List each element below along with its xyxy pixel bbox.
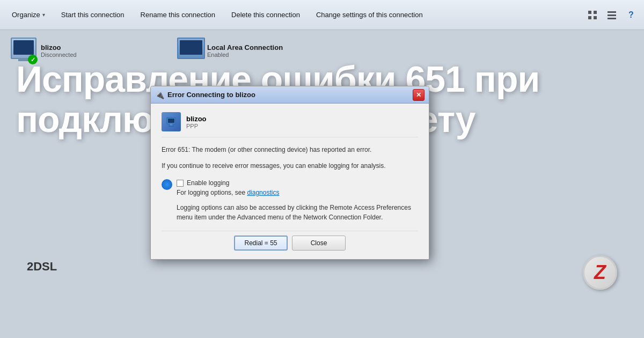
blizoo-name: blizoo <box>41 43 77 52</box>
layout-button[interactable] <box>603 6 620 24</box>
dialog-titlebar: 🔌 Error Connecting to blizoo ✕ <box>151 86 429 104</box>
delete-connection-button[interactable]: Delete this connection <box>224 5 308 25</box>
dialog-info-text: If you continue to receive error message… <box>162 161 418 171</box>
logging-link-text: For logging options, see diagnostics <box>177 189 418 196</box>
dialog-conn-name: blizoo <box>186 115 207 123</box>
help-button[interactable]: ? <box>623 6 640 24</box>
svg-rect-9 <box>170 124 172 126</box>
view-button[interactable] <box>584 6 601 24</box>
blizoo-status: Disconnected <box>41 52 77 58</box>
z-letter: Z <box>594 261 606 284</box>
dialog-logging-info: Logging options can also be accessed by … <box>177 203 418 222</box>
help-icon: ? <box>628 10 634 20</box>
dialog-title-icon: 🔌 <box>155 91 164 99</box>
dialog-error-text: Error 651: The modem (or other connectin… <box>162 145 418 155</box>
diagnostics-link[interactable]: diagnostics <box>247 189 279 196</box>
organize-chevron-icon: ▾ <box>42 12 45 18</box>
organize-label: Organize <box>12 11 40 19</box>
delete-connection-label: Delete this connection <box>231 11 300 19</box>
svg-rect-5 <box>608 14 616 16</box>
logging-content: Enable logging For logging options, see … <box>177 179 418 196</box>
logging-icon <box>162 179 172 190</box>
dialog-conn-type: PPP <box>186 123 207 129</box>
svg-rect-2 <box>588 16 591 19</box>
dialog-conn-details: blizoo PPP <box>186 115 207 129</box>
local-area-icon <box>177 38 205 59</box>
dialog-buttons: Redial = 55 Close <box>162 231 418 251</box>
monitor-screen <box>13 40 34 55</box>
dialog-logging-section: Enable logging For logging options, see … <box>162 179 418 196</box>
close-label: Close <box>311 239 327 247</box>
svg-rect-0 <box>588 11 591 14</box>
redial-label: Redial = 55 <box>244 239 277 247</box>
change-settings-label: Change settings of this connection <box>316 11 423 19</box>
blizoo-label: blizoo Disconnected <box>41 43 77 58</box>
logging-link-prefix: For logging options, see <box>177 189 247 196</box>
rename-connection-button[interactable]: Rename this connection <box>133 5 223 25</box>
start-connection-label: Start this connection <box>61 11 125 19</box>
rename-connection-label: Rename this connection <box>141 11 215 19</box>
toolbar: Organize ▾ Start this connection Rename … <box>0 0 644 30</box>
local-area-status: Enabled <box>207 52 283 58</box>
svg-rect-10 <box>169 126 174 127</box>
z-logo-circle: Z <box>583 255 617 290</box>
local-area-label: Local Area Connection Enabled <box>207 43 283 58</box>
error-dialog: 🔌 Error Connecting to blizoo ✕ blizoo PP… <box>150 86 429 260</box>
redial-button[interactable]: Redial = 55 <box>234 236 288 251</box>
dialog-conn-icon <box>162 112 181 131</box>
dialog-close-button[interactable]: ✕ <box>413 89 425 101</box>
change-settings-button[interactable]: Change settings of this connection <box>309 5 430 25</box>
dialog-connection-info: blizoo PPP <box>162 112 418 137</box>
svg-rect-8 <box>168 119 174 123</box>
svg-rect-4 <box>608 11 616 13</box>
local-area-name: Local Area Connection <box>207 43 283 52</box>
svg-rect-1 <box>594 11 597 14</box>
dialog-title-text: Error Connecting to blizoo <box>167 91 413 99</box>
z-logo: Z <box>583 255 617 290</box>
toolbar-right: ? <box>584 6 640 24</box>
enable-logging-row: Enable logging <box>177 179 418 187</box>
organize-button[interactable]: Organize ▾ <box>4 5 53 25</box>
svg-rect-6 <box>608 18 616 19</box>
start-connection-button[interactable]: Start this connection <box>54 5 132 25</box>
enable-logging-label: Enable logging <box>187 179 229 187</box>
svg-rect-3 <box>594 16 597 19</box>
close-button[interactable]: Close <box>292 236 346 251</box>
enable-logging-checkbox[interactable] <box>177 180 184 187</box>
dsl-label: 2DSL <box>27 260 57 274</box>
dialog-body: blizoo PPP Error 651: The modem (or othe… <box>151 104 429 259</box>
